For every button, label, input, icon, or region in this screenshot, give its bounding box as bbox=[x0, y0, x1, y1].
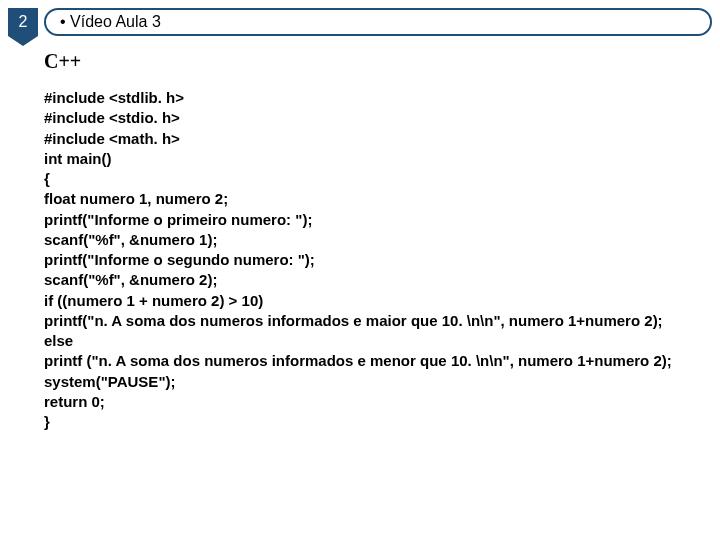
code-line: int main() bbox=[44, 149, 676, 169]
code-line: printf("Informe o segundo numero: "); bbox=[44, 250, 676, 270]
code-line: printf ("n. A soma dos numeros informado… bbox=[44, 351, 676, 371]
header-row: 2 • Vídeo Aula 3 bbox=[8, 8, 712, 36]
code-line: #include <stdio. h> bbox=[44, 108, 676, 128]
code-line: if ((numero 1 + numero 2) > 10) bbox=[44, 291, 676, 311]
code-line: #include <stdlib. h> bbox=[44, 88, 676, 108]
code-line: scanf("%f", &numero 2); bbox=[44, 270, 676, 290]
code-line: printf("Informe o primeiro numero: "); bbox=[44, 210, 676, 230]
code-line: } bbox=[44, 412, 676, 432]
code-line: return 0; bbox=[44, 392, 676, 412]
header-title-pill: • Vídeo Aula 3 bbox=[44, 8, 712, 36]
header-title-text: • Vídeo Aula 3 bbox=[60, 13, 161, 31]
code-block: #include <stdlib. h> #include <stdio. h>… bbox=[44, 88, 676, 432]
step-number: 2 bbox=[19, 13, 28, 31]
code-line: scanf("%f", &numero 1); bbox=[44, 230, 676, 250]
code-line: else bbox=[44, 331, 676, 351]
code-line: { bbox=[44, 169, 676, 189]
language-subtitle: C++ bbox=[44, 50, 81, 73]
step-number-badge: 2 bbox=[8, 8, 38, 36]
code-line: system("PAUSE"); bbox=[44, 372, 676, 392]
code-line: #include <math. h> bbox=[44, 129, 676, 149]
code-line: printf("n. A soma dos numeros informados… bbox=[44, 311, 676, 331]
code-line: float numero 1, numero 2; bbox=[44, 189, 676, 209]
